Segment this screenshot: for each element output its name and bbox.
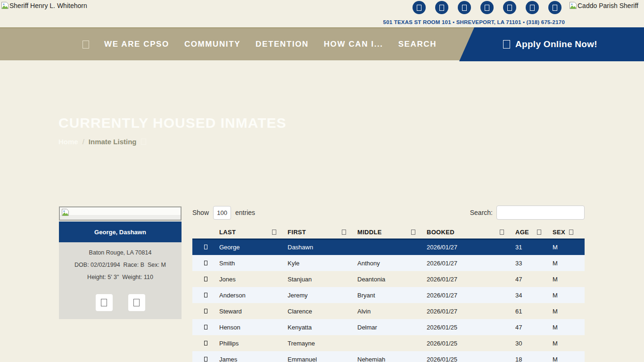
caddo-parish-logo-broken-image[interactable]: Caddo Parish Sheriff xyxy=(569,1,638,9)
cell-last: Anderson xyxy=(219,287,288,303)
social-icon-6-glyph xyxy=(530,5,535,11)
social-icon-5[interactable] xyxy=(503,1,516,14)
breadcrumb-home-link[interactable]: Home xyxy=(58,138,78,146)
row-expand-icon[interactable] xyxy=(204,341,207,346)
cell-middle: Delmar xyxy=(357,319,427,335)
cell-first: Dashawn xyxy=(288,239,357,255)
cell-sex: M xyxy=(553,335,585,351)
table-row[interactable]: JonesStanjuanDeantonia2026/01/2747M xyxy=(192,271,585,287)
broken-image-icon xyxy=(1,1,9,9)
nav-home-button[interactable] xyxy=(83,41,89,49)
card-action-button-1[interactable] xyxy=(96,294,113,311)
cell-first: Tremayne xyxy=(288,335,357,351)
sheriff-logo-alt-text: Sheriff Henry L. Whitehorn xyxy=(9,2,87,9)
cell-booked: 2026/01/27 xyxy=(427,303,515,319)
social-icon-3[interactable] xyxy=(458,1,471,14)
cell-age: 30 xyxy=(515,335,553,351)
nav-item-community[interactable]: COMMUNITY xyxy=(184,40,240,49)
table-row[interactable]: JamesEmmanuelNehemiah2026/01/2518M xyxy=(192,351,585,362)
row-expand-cell xyxy=(192,271,219,287)
cell-age: 47 xyxy=(515,319,553,335)
sort-icon-age[interactable] xyxy=(537,230,541,235)
column-header-middle[interactable]: MIDDLE xyxy=(357,226,427,239)
social-icon-4-glyph xyxy=(485,5,489,11)
entries-length-select[interactable]: 100 xyxy=(213,206,231,220)
column-label-age: AGE xyxy=(515,229,529,236)
cell-last: Henson xyxy=(219,319,288,335)
search-input[interactable] xyxy=(496,206,585,220)
inmate-table-panel: Show 100 entries Search: LASTFIRSTMIDDLE… xyxy=(192,205,585,362)
column-header-sex[interactable]: SEX xyxy=(553,226,585,239)
row-expand-icon[interactable] xyxy=(204,309,207,313)
column-header-last[interactable]: LAST xyxy=(219,226,288,239)
social-icon-6[interactable] xyxy=(526,1,539,14)
column-header-booked[interactable]: BOOKED xyxy=(427,226,515,239)
show-label: Show xyxy=(192,209,209,216)
page-title: CURRENTLY HOUSED INMATES xyxy=(58,115,287,131)
row-expand-cell xyxy=(192,319,219,335)
row-expand-icon[interactable] xyxy=(204,245,207,249)
nav-item-search[interactable]: SEARCH xyxy=(398,40,437,49)
sort-icon-middle[interactable] xyxy=(411,230,415,235)
table-row[interactable]: PhillipsTremayne2026/01/2530M xyxy=(192,335,585,351)
row-expand-icon[interactable] xyxy=(204,357,207,362)
cell-first: Kyle xyxy=(288,255,357,271)
cell-age: 33 xyxy=(515,255,553,271)
cell-middle xyxy=(357,239,427,255)
search-label: Search: xyxy=(470,209,493,216)
sort-icon-booked[interactable] xyxy=(500,230,504,235)
table-row[interactable]: GeorgeDashawn2026/01/2731M xyxy=(192,239,585,255)
social-icon-7[interactable] xyxy=(548,1,561,14)
cell-middle: Deantonia xyxy=(357,271,427,287)
sort-icon-sex[interactable] xyxy=(569,230,573,235)
cell-age: 18 xyxy=(515,351,553,362)
cell-first: Stanjuan xyxy=(288,271,357,287)
cell-sex: M xyxy=(553,319,585,335)
column-header-first[interactable]: FIRST xyxy=(288,226,357,239)
column-label-sex: SEX xyxy=(553,229,565,236)
inmate-height-weight-line: Height: 5' 3" Weight: 110 xyxy=(62,271,179,283)
social-icons-row xyxy=(413,1,561,14)
cell-last: James xyxy=(219,351,288,362)
apply-online-button[interactable]: Apply Online Now! xyxy=(456,27,644,61)
social-icon-1[interactable] xyxy=(413,1,426,14)
inmate-photo-broken-image xyxy=(59,206,182,221)
caddo-parish-logo-alt-text: Caddo Parish Sheriff xyxy=(578,2,638,9)
breadcrumb-separator: / xyxy=(83,138,84,146)
cell-booked: 2026/01/25 xyxy=(427,335,515,351)
social-icon-1-glyph xyxy=(417,5,421,11)
cell-last: Jones xyxy=(219,271,288,287)
column-header-age[interactable]: AGE xyxy=(515,226,553,239)
card-action-button-2[interactable] xyxy=(128,294,145,311)
table-row[interactable]: StewardClarenceAlvin2026/01/2761M xyxy=(192,303,585,319)
cell-last: Smith xyxy=(219,255,288,271)
row-expand-icon[interactable] xyxy=(204,277,207,281)
cell-booked: 2026/01/27 xyxy=(427,271,515,287)
cell-sex: M xyxy=(553,303,585,319)
social-icon-4[interactable] xyxy=(480,1,494,14)
row-expand-cell xyxy=(192,239,219,255)
nav-item-we-are-cpso[interactable]: WE ARE CPSO xyxy=(104,40,169,49)
sort-icon-last[interactable] xyxy=(272,230,276,235)
breadcrumb: Home / Inmate Listing xyxy=(58,138,146,146)
sort-icon-first[interactable] xyxy=(342,230,346,235)
card-action-icon-1 xyxy=(101,299,107,306)
nav-item-detention[interactable]: DETENTION xyxy=(256,40,309,49)
inmate-card-actions xyxy=(62,294,179,311)
cell-middle: Nehemiah xyxy=(357,351,427,362)
table-row[interactable]: SmithKyleAnthony2026/01/2733M xyxy=(192,255,585,271)
row-expand-icon[interactable] xyxy=(204,261,207,265)
social-icon-2[interactable] xyxy=(435,1,448,14)
table-row[interactable]: AndersonJeremyBryant2026/01/2734M xyxy=(192,287,585,303)
cell-sex: M xyxy=(553,239,585,255)
social-icon-2-glyph xyxy=(439,5,444,11)
search-group: Search: xyxy=(470,206,585,220)
nav-item-how-can-i[interactable]: HOW CAN I... xyxy=(324,40,383,49)
table-row[interactable]: HensonKenyattaDelmar2026/01/2547M xyxy=(192,319,585,335)
office-address: 501 TEXAS ST ROOM 101 • SHREVEPORT, LA 7… xyxy=(383,19,565,25)
cell-sex: M xyxy=(553,271,585,287)
row-expand-icon[interactable] xyxy=(204,325,207,329)
sheriff-logo-broken-image[interactable]: Sheriff Henry L. Whitehorn xyxy=(1,1,87,9)
row-expand-icon[interactable] xyxy=(204,293,207,297)
cell-booked: 2026/01/25 xyxy=(427,319,515,335)
